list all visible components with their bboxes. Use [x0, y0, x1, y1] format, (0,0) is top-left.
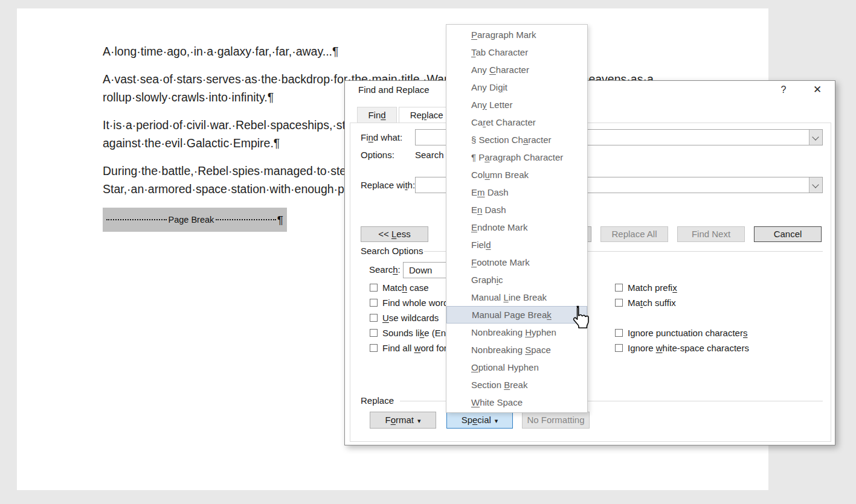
menu-item[interactable]: Manual Line Break: [446, 289, 587, 306]
menu-item[interactable]: Section Break: [446, 376, 587, 394]
special-menu: Paragraph Mark Tab Character Any Charact…: [446, 24, 588, 413]
menu-item[interactable]: Column Break: [446, 166, 587, 183]
paragraph: A·long·time·ago,·in·a·galaxy·far,·far,·a…: [103, 42, 707, 60]
menu-item[interactable]: Field: [446, 236, 587, 254]
hand-cursor-icon: [568, 305, 590, 329]
menu-item[interactable]: Nonbreaking Space: [446, 341, 587, 359]
menu-item[interactable]: Footnote Mark: [446, 254, 587, 271]
desktop-background: A·long·time·ago,·in·a·galaxy·far,·far,·a…: [0, 0, 856, 504]
document-line: A·long·time·ago,·in·a·galaxy·far,·far,·a…: [103, 42, 707, 60]
menu-item[interactable]: Nonbreaking Hyphen: [446, 324, 587, 341]
menu-item[interactable]: Any Digit: [446, 78, 587, 96]
menu-item[interactable]: ¶ Paragraph Character: [446, 148, 587, 166]
pilcrow-mark: ¶: [277, 214, 283, 226]
menu-item[interactable]: § Section Character: [446, 131, 587, 148]
page-break-dotted-line: [106, 219, 167, 220]
menu-item[interactable]: Em Dash: [446, 183, 587, 201]
menu-item[interactable]: Graphic: [446, 271, 587, 289]
menu-item[interactable]: Paragraph Mark: [446, 26, 587, 43]
find-replace-dialog: Find and Replace ? ✕ Find Replace Go To …: [344, 80, 835, 445]
menu-item[interactable]: Any Character: [446, 61, 587, 78]
help-icon[interactable]: ?: [774, 82, 793, 98]
dialog-title: Find and Replace: [358, 85, 430, 95]
dialog-titlebar[interactable]: Find and Replace ? ✕: [345, 81, 835, 99]
menu-item[interactable]: Endnote Mark: [446, 219, 587, 236]
menu-item[interactable]: Caret Character: [446, 113, 587, 131]
tab-find[interactable]: Find: [357, 107, 397, 123]
menu-item[interactable]: Any Letter: [446, 96, 587, 113]
tab-page-frame: [350, 123, 831, 442]
page-break-marker: Page Break ¶: [103, 208, 287, 232]
page-break-label: Page Break: [167, 211, 216, 229]
menu-item[interactable]: Optional Hyphen: [446, 359, 587, 376]
menu-item-highlighted[interactable]: Manual Page Break: [446, 306, 587, 324]
menu-item[interactable]: White Space: [446, 394, 587, 411]
close-icon[interactable]: ✕: [808, 82, 826, 98]
menu-item[interactable]: En Dash: [446, 201, 587, 219]
page-break-dotted-line: [216, 219, 276, 220]
menu-item[interactable]: Tab Character: [446, 43, 587, 61]
